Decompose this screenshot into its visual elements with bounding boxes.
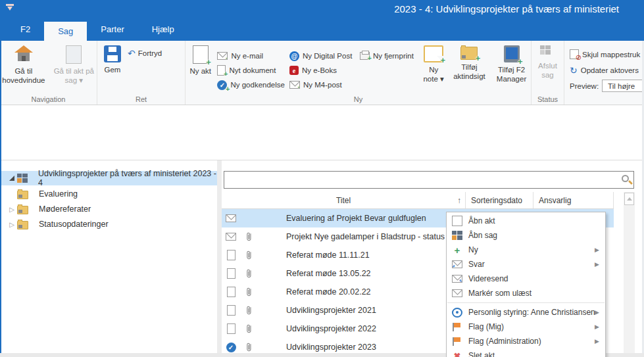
new-record-button[interactable]: + Ny akt bbox=[188, 41, 212, 76]
document-icon bbox=[227, 305, 235, 316]
expander-closed-icon[interactable]: ▷ bbox=[8, 221, 16, 228]
group-caption-navigation: Navigation bbox=[0, 95, 97, 103]
reply-mail-icon: ↩ bbox=[452, 260, 462, 268]
tab-f2[interactable]: F2 bbox=[7, 18, 44, 41]
refresh-record-list-button[interactable]: ↻ Opdater aktovers bbox=[570, 62, 639, 78]
add-aktindsigt-button[interactable]: + Tilføj aktindsigt bbox=[451, 41, 487, 81]
preview-label: Preview: bbox=[570, 82, 599, 90]
sort-ascending-icon: ↑ bbox=[457, 196, 461, 205]
new-digital-post-button[interactable]: @ Ny Digital Post bbox=[289, 49, 355, 63]
menu-item-new[interactable]: + Ny ▶ bbox=[447, 243, 605, 257]
attachment-icon bbox=[245, 305, 253, 316]
attachment-icon bbox=[245, 231, 253, 242]
mail-icon bbox=[452, 289, 462, 297]
mail-icon bbox=[226, 214, 236, 222]
goto-main-window-button[interactable]: Gå til hovedvindue bbox=[0, 41, 47, 85]
expander-open-icon[interactable] bbox=[8, 176, 16, 181]
record-context-menu: Åbn akt Åbn sag + Ny ▶ ↩ Svar ▶ ↪ Videre… bbox=[446, 212, 606, 357]
document-icon bbox=[452, 216, 462, 226]
submenu-arrow-icon: ▶ bbox=[595, 247, 599, 253]
case-icon bbox=[452, 231, 462, 240]
group-caption-status: Status bbox=[532, 95, 564, 103]
aktindsigt-folder-icon: + bbox=[460, 47, 478, 60]
tab-hjaelp[interactable]: Hjælp bbox=[138, 18, 188, 41]
menu-item-flag-me[interactable]: Flag (Mig) ▶ bbox=[447, 320, 605, 334]
folder-icon bbox=[17, 206, 28, 214]
expander-closed-icon[interactable]: ▷ bbox=[8, 206, 16, 213]
add-f2-manager-button[interactable]: + Tilføj F2 Manager bbox=[492, 41, 531, 83]
tree-list-splitter[interactable] bbox=[217, 160, 222, 353]
ribbon-tab-bar: F2 Sag Parter Hjælp bbox=[0, 18, 644, 41]
m4-mail-icon: + bbox=[289, 81, 300, 89]
tree-item-statusopdateringer[interactable]: ▷ Statusopdateringer bbox=[1, 217, 217, 231]
close-case-icon bbox=[540, 45, 556, 59]
tab-sag[interactable]: Sag bbox=[44, 22, 87, 41]
save-button[interactable]: Gem bbox=[104, 41, 121, 75]
scroll-up-button[interactable] bbox=[624, 193, 634, 205]
column-header-ansvarlig[interactable]: Ansvarlig bbox=[533, 192, 614, 208]
menu-item-reply[interactable]: ↩ Svar ▶ bbox=[447, 257, 605, 272]
column-header-sorteringsdato[interactable]: Sorteringsdato bbox=[465, 192, 533, 208]
folder-tree: Udviklingsprojekter på tværs af minister… bbox=[1, 160, 217, 353]
goto-record-on-case-button[interactable]: Gå til akt på sag ▾ bbox=[51, 41, 97, 85]
menu-item-open-case[interactable]: Åbn sag bbox=[447, 228, 605, 243]
ribbon-group-view: ⊘ Skjul mappestruk ↻ Opdater aktovers Pr… bbox=[564, 41, 644, 105]
new-eboks-button[interactable]: e Ny e-Boks bbox=[289, 63, 355, 78]
vertical-scrollbar[interactable] bbox=[624, 192, 635, 357]
home-icon bbox=[14, 45, 34, 64]
menu-separator bbox=[447, 302, 605, 303]
hide-folder-structure-button[interactable]: ⊘ Skjul mappestruk bbox=[570, 47, 640, 62]
ribbon-group-ny: + Ny akt + Ny e-mail + Nyt dokument ✓+ N… bbox=[186, 41, 532, 105]
attachment-icon bbox=[245, 250, 253, 260]
menu-item-flag-administration[interactable]: Flag (Administration) ▶ bbox=[447, 334, 605, 348]
window-left-border bbox=[0, 41, 1, 357]
submenu-arrow-icon: ▶ bbox=[595, 338, 599, 345]
undo-icon: ↶ bbox=[128, 49, 136, 58]
tree-item-evaluering[interactable]: Evaluering bbox=[1, 187, 217, 201]
undo-button[interactable]: ↶ Fortryd bbox=[128, 49, 162, 58]
fjernprint-icon: + bbox=[360, 52, 370, 60]
menu-item-open-record[interactable]: Åbn akt bbox=[447, 214, 605, 228]
ribbon-group-ret: Gem ↶ Fortryd Ret bbox=[97, 41, 186, 105]
menu-item-forward[interactable]: ↪ Videresend bbox=[447, 272, 605, 286]
folder-icon bbox=[17, 191, 28, 199]
tree-item-case-root[interactable]: Udviklingsprojekter på tværs af minister… bbox=[1, 171, 217, 185]
preview-select[interactable]: Til højre bbox=[602, 80, 644, 92]
digital-post-icon: @ bbox=[289, 51, 299, 61]
tab-parter[interactable]: Parter bbox=[87, 18, 137, 41]
plus-icon: + bbox=[452, 245, 462, 255]
new-approval-button[interactable]: ✓+ Ny godkendelse bbox=[217, 78, 284, 92]
submenu-arrow-icon: ▶ bbox=[595, 323, 599, 330]
close-case-button[interactable]: Afslut sag bbox=[533, 41, 563, 80]
attachment-icon bbox=[245, 287, 253, 297]
column-header-titel[interactable]: Titel ↑ bbox=[222, 192, 465, 208]
group-caption-ny: Ny bbox=[186, 95, 531, 103]
save-icon bbox=[104, 45, 121, 62]
delete-x-icon: ✖ bbox=[452, 352, 462, 357]
window-title: 2023 - 4: Udviklingsprojekter på tværs a… bbox=[394, 3, 619, 14]
new-document-button[interactable]: + Nyt dokument bbox=[217, 63, 284, 78]
new-m4-post-button[interactable]: + Ny M4-post bbox=[289, 78, 355, 92]
quick-access-icon[interactable] bbox=[6, 4, 14, 11]
new-note-button[interactable]: + Ny note ▾ bbox=[421, 41, 447, 83]
record-search-input[interactable] bbox=[224, 171, 634, 189]
document-icon bbox=[66, 45, 82, 64]
f2-case-window: 2023 - 4: Udviklingsprojekter på tværs a… bbox=[0, 0, 644, 357]
new-fjernprint-button[interactable]: + Ny fjernprint bbox=[360, 49, 416, 63]
eye-icon bbox=[452, 308, 462, 318]
forward-mail-icon: ↪ bbox=[452, 275, 462, 283]
tree-item-moedereferater[interactable]: ▷ Mødereferater bbox=[1, 202, 217, 216]
approval-check-icon: ✓+ bbox=[217, 80, 227, 90]
new-email-button[interactable]: + Ny e-mail bbox=[217, 49, 284, 63]
new-column-3: + Ny fjernprint bbox=[360, 41, 416, 63]
folder-icon bbox=[17, 221, 28, 229]
document-icon bbox=[227, 250, 235, 260]
record-list-header: Titel ↑ Sorteringsdato Ansvarlig bbox=[222, 192, 614, 209]
mail-icon bbox=[226, 233, 236, 241]
menu-item-delete-record[interactable]: ✖ Slet akt bbox=[447, 348, 605, 357]
title-bar: 2023 - 4: Udviklingsprojekter på tværs a… bbox=[0, 0, 644, 18]
ribbon: Gå til hovedvindue Gå til akt på sag ▾ N… bbox=[0, 41, 644, 105]
menu-item-mark-unread[interactable]: Markér som ulæst bbox=[447, 286, 605, 300]
new-column-1: + Ny e-mail + Nyt dokument ✓+ Ny godkend… bbox=[217, 41, 284, 92]
menu-item-personal-control[interactable]: Personlig styring: Anne Christiansen ▶ bbox=[447, 305, 605, 320]
